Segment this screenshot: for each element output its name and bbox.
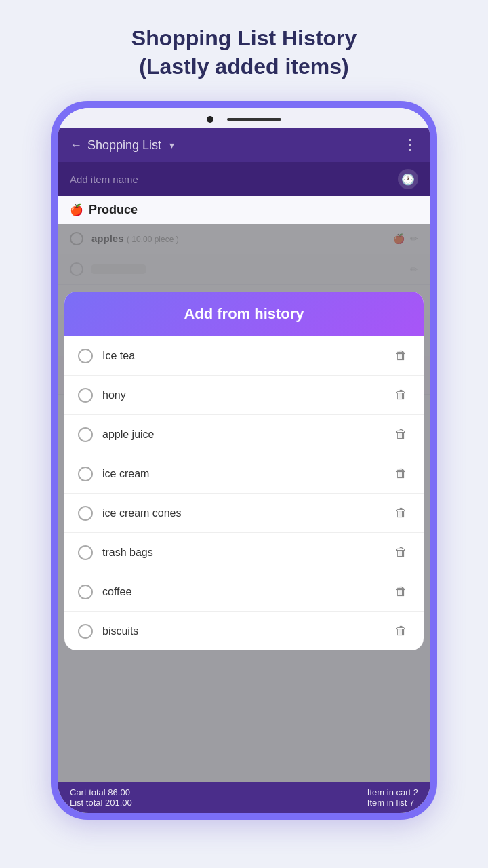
home-indicator	[227, 118, 281, 121]
camera-dot	[207, 116, 214, 123]
delete-biscuits[interactable]: 🗑	[392, 621, 410, 641]
label-ice-cream: ice cream	[102, 468, 392, 480]
add-item-input[interactable]: Add item name	[70, 174, 138, 185]
modal-overlay: Add from history Ice tea 🗑 hon	[58, 224, 430, 813]
label-coffee: coffee	[102, 586, 392, 598]
item-in-list: Item in list 7	[367, 797, 418, 808]
list-item-ice-cream[interactable]: ice cream 🗑	[64, 454, 424, 494]
list-item-hony[interactable]: hony 🗑	[64, 376, 424, 415]
radio-hony[interactable]	[78, 388, 93, 403]
delete-ice-tea[interactable]: 🗑	[392, 346, 410, 366]
bottom-bar-left: Cart total 86.00 List total 201.00	[70, 787, 132, 808]
modal-header: Add from history	[64, 292, 424, 336]
radio-coffee[interactable]	[78, 585, 93, 599]
history-clock-icon[interactable]: 🕐	[398, 169, 418, 189]
list-item-apple-juice[interactable]: apple juice 🗑	[64, 415, 424, 454]
dropdown-arrow-icon[interactable]: ▾	[169, 140, 174, 151]
add-item-bar: Add item name 🕐	[58, 162, 430, 196]
header-left: ← Shopping List ▾	[70, 138, 174, 153]
bottom-bar: Cart total 86.00 List total 201.00 Item …	[58, 782, 430, 813]
label-hony: hony	[102, 389, 392, 401]
radio-biscuits[interactable]	[78, 624, 93, 639]
back-icon[interactable]: ←	[70, 138, 82, 153]
menu-dots-icon[interactable]: ⋮	[403, 136, 418, 154]
delete-apple-juice[interactable]: 🗑	[392, 425, 410, 444]
phone-screen: ← Shopping List ▾ ⋮ Add item name 🕐 🍎 Pr…	[58, 108, 430, 813]
modal-list[interactable]: Ice tea 🗑 hony 🗑 apple juice	[64, 336, 424, 650]
item-in-cart: Item in cart 2	[367, 787, 418, 797]
radio-ice-cream[interactable]	[78, 467, 93, 481]
label-ice-tea: Ice tea	[102, 350, 392, 362]
history-modal: Add from history Ice tea 🗑 hon	[64, 292, 424, 650]
page-title: Shopping List History (Lastly added item…	[131, 24, 357, 81]
header-title: Shopping List	[87, 138, 161, 153]
app-header: ← Shopping List ▾ ⋮	[58, 128, 430, 162]
list-item-coffee[interactable]: coffee 🗑	[64, 572, 424, 612]
section-header: 🍎 Produce	[58, 196, 430, 224]
radio-ice-tea[interactable]	[78, 349, 93, 363]
modal-title: Add from history	[81, 305, 407, 323]
phone-frame: ← Shopping List ▾ ⋮ Add item name 🕐 🍎 Pr…	[51, 101, 437, 820]
delete-hony[interactable]: 🗑	[392, 385, 410, 405]
radio-trash-bags[interactable]	[78, 545, 93, 560]
list-item-ice-tea[interactable]: Ice tea 🗑	[64, 336, 424, 376]
list-background: apples ( 10.00 piece ) 🍎 ✏ ✏ ✏	[58, 224, 430, 813]
list-total: List total 201.00	[70, 797, 132, 808]
app-content: ← Shopping List ▾ ⋮ Add item name 🕐 🍎 Pr…	[58, 128, 430, 813]
list-item-biscuits[interactable]: biscuits 🗑	[64, 612, 424, 650]
delete-coffee[interactable]: 🗑	[392, 582, 410, 601]
cart-total: Cart total 86.00	[70, 787, 132, 797]
radio-ice-cream-cones[interactable]	[78, 506, 93, 521]
label-biscuits: biscuits	[102, 625, 392, 637]
section-emoji: 🍎	[70, 203, 83, 216]
bottom-bar-right: Item in cart 2 Item in list 7	[367, 787, 418, 808]
list-item-ice-cream-cones[interactable]: ice cream cones 🗑	[64, 494, 424, 533]
label-apple-juice: apple juice	[102, 429, 392, 441]
delete-ice-cream-cones[interactable]: 🗑	[392, 503, 410, 523]
radio-apple-juice[interactable]	[78, 427, 93, 442]
section-title: Produce	[89, 203, 138, 217]
delete-ice-cream[interactable]: 🗑	[392, 464, 410, 484]
label-ice-cream-cones: ice cream cones	[102, 507, 392, 519]
list-item-trash-bags[interactable]: trash bags 🗑	[64, 533, 424, 572]
label-trash-bags: trash bags	[102, 547, 392, 559]
delete-trash-bags[interactable]: 🗑	[392, 542, 410, 562]
phone-top-bar	[58, 108, 430, 128]
